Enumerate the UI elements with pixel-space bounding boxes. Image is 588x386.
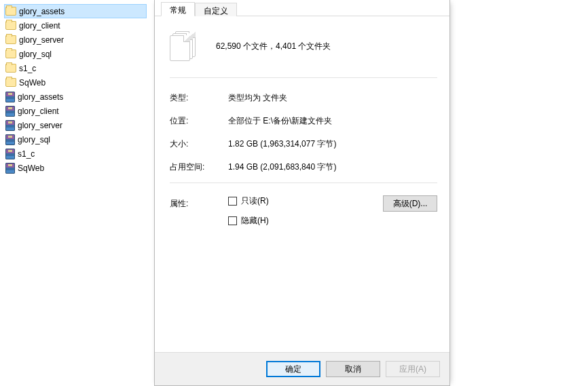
file-row[interactable]: s1_c — [4, 61, 147, 75]
divider — [170, 182, 437, 183]
file-row[interactable]: glory_assets — [4, 90, 147, 104]
file-row[interactable]: glory_assets — [4, 4, 147, 18]
file-row[interactable]: SqWeb — [4, 161, 147, 175]
folder-icon — [5, 21, 16, 30]
archive-icon — [5, 106, 15, 117]
file-row[interactable]: glory_sql — [4, 132, 147, 147]
file-name-label: glory_assets — [19, 7, 65, 16]
label-size: 大小: — [170, 138, 228, 150]
file-row[interactable]: glory_server — [4, 118, 147, 132]
tab-general[interactable]: 常规 — [161, 2, 195, 16]
file-name-label: glory_client — [18, 107, 59, 116]
checkbox-readonly[interactable]: 只读(R) — [228, 195, 375, 207]
folder-icon — [5, 64, 16, 73]
file-row[interactable]: glory_client — [4, 104, 147, 118]
cancel-button[interactable]: 取消 — [326, 361, 380, 377]
ok-button[interactable]: 确定 — [266, 361, 320, 377]
value-size-on-disk: 1.94 GB (2,091,683,840 字节) — [228, 161, 437, 173]
file-name-label: glory_assets — [18, 92, 63, 102]
folder-icon — [5, 78, 16, 87]
folder-icon — [5, 35, 16, 44]
value-location: 全部位于 E:\备份\新建文件夹 — [228, 115, 437, 127]
file-row[interactable]: SqWeb — [4, 75, 147, 90]
dialog-button-bar: 确定 取消 应用(A) — [155, 352, 449, 385]
checkbox-box-icon — [228, 197, 237, 206]
summary-text: 62,590 个文件，4,401 个文件夹 — [216, 41, 331, 52]
file-name-label: s1_c — [18, 149, 35, 159]
properties-dialog: 常规 自定义 62,590 个文件，4,401 个文件夹 类型: 类型均为 文件… — [154, 0, 450, 386]
checkbox-readonly-label: 只读(R) — [241, 195, 269, 207]
value-type: 类型均为 文件夹 — [228, 92, 437, 104]
file-name-label: glory_server — [18, 121, 62, 130]
file-row[interactable]: glory_sql — [4, 47, 147, 61]
summary-row: 62,590 个文件，4,401 个文件夹 — [170, 24, 437, 73]
dialog-tabbar: 常规 自定义 — [155, 0, 449, 16]
file-name-label: glory_server — [19, 35, 64, 45]
properties-table: 类型: 类型均为 文件夹 位置: 全部位于 E:\备份\新建文件夹 大小: 1.… — [170, 86, 437, 178]
explorer-file-list: glory_assetsglory_clientglory_serverglor… — [4, 4, 147, 175]
checkbox-hidden-label: 隐藏(H) — [241, 215, 269, 227]
value-size: 1.82 GB (1,963,314,077 字节) — [228, 138, 437, 150]
file-name-label: glory_sql — [19, 50, 52, 59]
file-name-label: glory_client — [19, 21, 60, 31]
checkbox-hidden[interactable]: 隐藏(H) — [228, 215, 375, 227]
archive-icon — [5, 134, 15, 145]
archive-icon — [5, 163, 15, 174]
archive-icon — [5, 92, 15, 102]
checkbox-box-icon — [228, 216, 237, 225]
file-name-label: glory_sql — [18, 135, 50, 144]
file-name-label: s1_c — [19, 64, 36, 73]
label-type: 类型: — [170, 92, 228, 104]
file-row[interactable]: s1_c — [4, 147, 147, 161]
file-name-label: SqWeb — [18, 163, 44, 173]
apply-button[interactable]: 应用(A) — [386, 361, 440, 377]
file-row[interactable]: glory_client — [4, 18, 147, 33]
advanced-button[interactable]: 高级(D)... — [383, 195, 437, 212]
multi-file-icon — [170, 31, 197, 61]
attributes-area: 属性: 只读(R) 隐藏(H) 高级(D)... — [170, 191, 437, 227]
label-attributes: 属性: — [170, 195, 228, 210]
label-location: 位置: — [170, 115, 228, 127]
archive-icon — [5, 120, 15, 131]
file-name-label: SqWeb — [19, 78, 45, 88]
folder-icon — [5, 7, 16, 16]
folder-icon — [5, 50, 16, 58]
dialog-content: 62,590 个文件，4,401 个文件夹 类型: 类型均为 文件夹 位置: 全… — [155, 16, 449, 227]
label-size-on-disk: 占用空间: — [170, 161, 228, 173]
divider — [170, 77, 437, 78]
tab-custom[interactable]: 自定义 — [195, 3, 237, 16]
archive-icon — [5, 149, 15, 159]
file-row[interactable]: glory_server — [4, 33, 147, 47]
